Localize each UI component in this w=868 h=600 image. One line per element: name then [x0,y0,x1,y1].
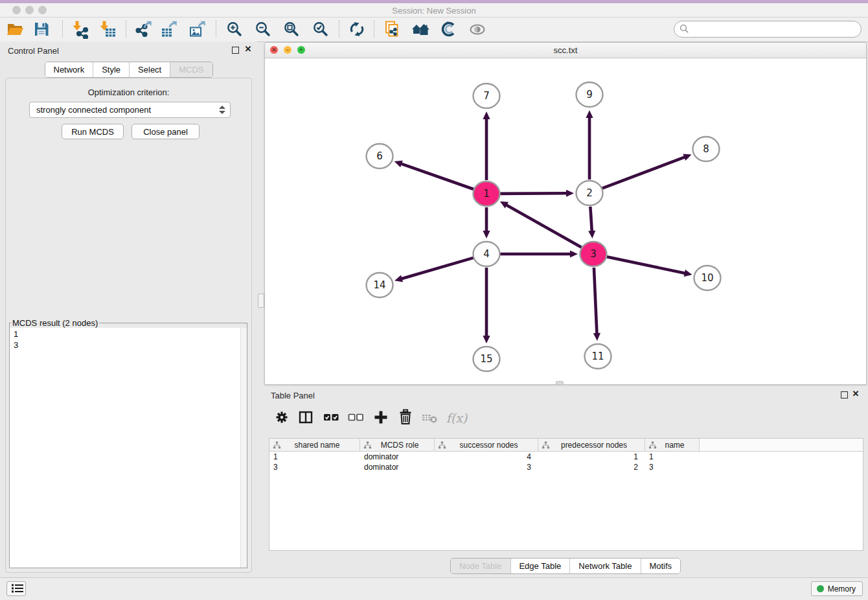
tab-network-table[interactable]: Network Table [569,559,640,573]
zoom-out-button[interactable] [252,19,274,40]
edge-4-3[interactable] [500,250,578,257]
import-network-button[interactable] [69,19,91,40]
table-row[interactable]: 3dominator323 [269,462,863,472]
mcds-result-area[interactable]: 1 3 [10,328,247,568]
splitter-grip-icon[interactable] [258,294,264,308]
export-table-button[interactable] [158,19,180,40]
node-2[interactable]: 2 [577,181,603,205]
search-input[interactable] [692,22,858,36]
edge-1-4[interactable] [483,207,490,238]
edge-2-9[interactable] [586,110,593,179]
table-panel-close-button[interactable]: ✕ [851,389,861,399]
edge-4-14[interactable] [394,258,474,282]
panel-splitter[interactable] [257,41,264,578]
column-header-mcds-role[interactable]: MCDS role [360,439,435,451]
table-settings-button[interactable] [271,407,293,429]
apply-layout-button[interactable] [346,19,368,40]
node-6[interactable]: 6 [367,144,393,168]
edge-2-3[interactable] [588,207,595,238]
edge-2-8[interactable] [602,154,692,188]
node-table-header: shared nameMCDS rolesuccessor nodesprede… [269,439,863,452]
import-network-icon [71,19,90,39]
delete-column-button[interactable] [394,407,417,429]
column-header-name[interactable]: name [645,439,700,451]
houses-icon [411,19,430,39]
unselect-all-columns-button[interactable] [345,407,367,429]
column-header-predecessor-nodes[interactable]: predecessor nodes [538,439,645,451]
run-mcds-button[interactable]: Run MCDS [62,124,124,139]
function-builder-button[interactable]: f(x) [442,407,471,429]
delete-table-button[interactable] [418,407,440,429]
refresh-icon [347,19,367,39]
memory-button[interactable]: Memory [811,581,863,596]
open-session-button[interactable] [4,19,26,40]
svg-text:15: 15 [480,353,492,365]
zoom-fit-icon [282,19,301,39]
edge-3-11[interactable] [593,268,600,341]
tab-motifs[interactable]: Motifs [640,559,680,573]
task-history-button[interactable] [6,581,26,596]
node-11[interactable]: 11 [585,344,611,369]
node-9[interactable]: 9 [577,82,603,107]
select-all-columns-button[interactable] [320,407,342,429]
edge-4-15[interactable] [483,268,490,343]
table-row[interactable]: 1dominator411 [269,452,863,462]
open-folder-icon [5,19,25,39]
node-14[interactable]: 14 [367,273,393,297]
network-canvas[interactable]: 7968124314101511 [265,58,866,384]
export-image-button[interactable] [187,19,209,40]
close-panel-button[interactable]: Close panel [131,124,200,139]
zoom-fit-button[interactable] [280,19,303,40]
tab-edge-table[interactable]: Edge Table [510,559,569,573]
cyndex-button[interactable] [437,19,459,40]
export-network-button[interactable] [133,19,155,40]
tab-mcds[interactable]: MCDS [170,62,212,77]
create-column-button[interactable] [370,407,392,429]
clone-network-button[interactable] [381,19,403,40]
table-panel-tabs: Node TableEdge TableNetwork TableMotifs [450,558,681,574]
svg-text:4: 4 [483,248,490,260]
tab-node-table[interactable]: Node Table [451,559,510,573]
toggle-view-button[interactable] [466,19,488,40]
zoom-selected-button[interactable] [310,19,332,40]
svg-text:11: 11 [591,351,604,362]
table-cell: dominator [360,462,435,472]
toolbar-separator [126,21,126,38]
tab-style[interactable]: Style [93,62,129,77]
node-3[interactable]: 3 [580,242,607,266]
network-graph: 7968124314101511 [265,58,866,384]
edge-1-7[interactable] [483,111,490,180]
import-table-button[interactable] [97,19,119,40]
save-session-button[interactable] [30,19,52,40]
edge-1-6[interactable] [394,161,474,189]
horizontal-splitter-grip[interactable] [556,381,564,385]
toggle-panes-button[interactable] [295,407,317,429]
search-icon [680,24,689,34]
svg-text:8: 8 [703,143,709,155]
criterion-select[interactable]: strongly connected component [29,102,231,118]
column-header-successor-nodes[interactable]: successor nodes [435,439,538,451]
node-1[interactable]: 1 [474,181,500,206]
result-scrollbar[interactable] [240,328,247,568]
node-8[interactable]: 8 [693,137,720,161]
zoom-in-button[interactable] [223,19,246,40]
edge-3-10[interactable] [607,257,692,277]
table-cell: 3 [645,462,700,472]
ndex-home-button[interactable] [409,19,431,40]
toolbar-separator [216,21,216,38]
node-15[interactable]: 15 [474,347,500,371]
edge-1-2[interactable] [500,190,574,197]
node-4[interactable]: 4 [474,242,500,266]
mcds-result-title: MCDS result (2 nodes) [11,318,99,328]
edge-3-1[interactable] [500,202,582,248]
column-header-shared-name[interactable]: shared name [269,439,360,451]
node-10[interactable]: 10 [694,266,721,290]
table-panel-float-button[interactable] [841,391,848,398]
control-panel-float-button[interactable] [232,47,239,54]
mcds-result-text: 1 3 [10,328,247,351]
node-7[interactable]: 7 [474,84,500,108]
tab-network[interactable]: Network [45,62,93,77]
control-panel-close-button[interactable]: ✕ [243,44,253,54]
attribute-tree-icon [363,441,372,449]
tab-select[interactable]: Select [129,62,170,77]
